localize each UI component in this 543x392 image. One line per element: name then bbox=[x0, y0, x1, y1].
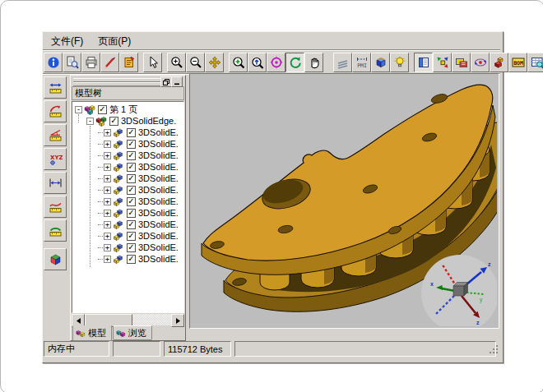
pan-hand-button[interactable] bbox=[304, 53, 323, 72]
visibility-checkbox[interactable] bbox=[127, 128, 136, 137]
visibility-checkbox[interactable] bbox=[127, 255, 136, 264]
visibility-checkbox[interactable] bbox=[127, 232, 136, 241]
expand-toggle[interactable] bbox=[104, 233, 111, 240]
status-cell-memory: 内存中 bbox=[44, 341, 109, 357]
tree-label: 3DSolidE. bbox=[138, 254, 179, 264]
tree-horizontal-scrollbar[interactable] bbox=[72, 314, 184, 325]
tree-row-part[interactable]: 3DSolidE. bbox=[72, 150, 183, 161]
tab-browse[interactable]: 浏览 bbox=[113, 325, 152, 340]
print-preview-button[interactable] bbox=[63, 53, 81, 72]
tree-row-part[interactable]: 3DSolidE. bbox=[72, 242, 183, 253]
tree-row-page[interactable]: 第 1 页 bbox=[72, 104, 183, 115]
tree-row-part[interactable]: 3DSolidE. bbox=[72, 138, 183, 150]
expand-toggle[interactable] bbox=[104, 129, 111, 136]
menu-file[interactable]: 文件(F) bbox=[44, 33, 90, 50]
tree-label: 第 1 页 bbox=[109, 104, 137, 116]
tree-row-part[interactable]: 3DSolidE. bbox=[72, 196, 183, 207]
expand-toggle[interactable] bbox=[104, 164, 111, 171]
expand-toggle[interactable] bbox=[104, 141, 111, 148]
dim-arc-button[interactable] bbox=[44, 219, 67, 242]
tree-row-part[interactable]: 3DSolidE. bbox=[72, 161, 183, 173]
print-button[interactable] bbox=[81, 53, 100, 72]
dim-radius-button[interactable] bbox=[44, 100, 67, 122]
zoom-out-button[interactable] bbox=[186, 53, 205, 72]
tree-row-assembly[interactable]: 3DSolidEdge. bbox=[72, 115, 183, 127]
expand-toggle[interactable] bbox=[104, 256, 111, 263]
model-tree-panel-button[interactable] bbox=[414, 53, 433, 72]
explode-icon bbox=[436, 56, 449, 69]
panel-header[interactable] bbox=[71, 76, 185, 86]
dim-distance-button[interactable] bbox=[44, 172, 67, 194]
expand-toggle[interactable] bbox=[104, 187, 111, 194]
explode-button[interactable] bbox=[433, 53, 452, 72]
visibility-checkbox[interactable] bbox=[127, 209, 136, 218]
tree-row-part[interactable]: 3DSolidE. bbox=[72, 219, 183, 230]
visibility-checkbox[interactable] bbox=[127, 163, 136, 172]
expand-toggle[interactable] bbox=[104, 210, 111, 217]
visibility-checkbox[interactable] bbox=[127, 174, 136, 183]
visibility-checkbox[interactable] bbox=[127, 140, 136, 149]
bom-button[interactable]: BOM bbox=[508, 53, 527, 72]
viewport-3d[interactable]: z x y z bbox=[189, 73, 499, 329]
annotate-button[interactable] bbox=[100, 53, 119, 72]
resize-grip[interactable] bbox=[490, 344, 499, 355]
render-mode-button[interactable] bbox=[452, 53, 471, 72]
expand-toggle[interactable] bbox=[104, 175, 111, 182]
panel-hide-button[interactable] bbox=[171, 76, 183, 87]
tree-label: 3DSolidEdge. bbox=[121, 116, 176, 126]
rotate-center-button[interactable] bbox=[267, 53, 285, 72]
export-page-button[interactable] bbox=[119, 53, 138, 72]
view-cube-button[interactable] bbox=[371, 53, 390, 72]
orbit-button[interactable] bbox=[471, 53, 490, 72]
visibility-checkbox[interactable] bbox=[127, 186, 136, 195]
table-view-button[interactable] bbox=[527, 53, 543, 72]
zoom-window-button[interactable] bbox=[229, 53, 248, 72]
measure-3d-button[interactable] bbox=[44, 248, 67, 270]
tree-row-part[interactable]: 3DSolidE. bbox=[72, 127, 183, 138]
pmi-button[interactable]: PMI bbox=[352, 53, 371, 72]
visibility-checkbox[interactable] bbox=[127, 151, 136, 160]
svg-text:XYZ: XYZ bbox=[50, 154, 63, 161]
tree-connector bbox=[98, 178, 103, 179]
tree-connector bbox=[98, 190, 103, 191]
section-planes-button[interactable] bbox=[333, 53, 352, 72]
menu-page[interactable]: 页面(P) bbox=[90, 33, 138, 50]
expand-toggle[interactable] bbox=[104, 221, 111, 228]
expand-toggle[interactable] bbox=[104, 244, 111, 251]
pan-arrows-button[interactable] bbox=[205, 53, 224, 72]
part-icon bbox=[113, 185, 125, 196]
visibility-checkbox[interactable] bbox=[109, 117, 118, 126]
visibility-checkbox[interactable] bbox=[127, 197, 136, 206]
scrollbar-track[interactable] bbox=[132, 314, 171, 325]
dim-curve-button[interactable] bbox=[44, 196, 67, 218]
tree-row-part[interactable]: 3DSolidE. bbox=[72, 230, 183, 242]
tab-model[interactable]: 模型 bbox=[72, 325, 112, 341]
browse-tab-icon bbox=[116, 329, 126, 338]
collapse-toggle[interactable] bbox=[86, 118, 94, 125]
rotate-button[interactable] bbox=[285, 53, 304, 72]
tree-row-part[interactable]: 3DSolidE. bbox=[72, 207, 183, 219]
select-button[interactable] bbox=[143, 53, 162, 72]
solid-blocks-button[interactable] bbox=[490, 53, 508, 72]
zoom-in-button[interactable] bbox=[167, 53, 186, 72]
lighting-button[interactable] bbox=[390, 53, 409, 72]
dim-angle-button[interactable] bbox=[44, 124, 67, 146]
dim-arc-icon bbox=[49, 224, 63, 238]
visibility-checkbox[interactable] bbox=[98, 105, 107, 114]
visibility-checkbox[interactable] bbox=[127, 220, 136, 229]
tree-row-part[interactable]: 3DSolidE. bbox=[72, 173, 183, 184]
tree-connector bbox=[98, 213, 103, 214]
tree-row-part[interactable]: 3DSolidE. bbox=[72, 253, 183, 265]
panel-float-button[interactable] bbox=[160, 76, 172, 87]
tree-label: 3DSolidE. bbox=[138, 242, 179, 252]
visibility-checkbox[interactable] bbox=[127, 243, 136, 252]
tree-label: 3DSolidE. bbox=[138, 185, 179, 195]
dim-horizontal-button[interactable] bbox=[44, 76, 67, 99]
zoom-dynamic-button[interactable] bbox=[248, 53, 267, 72]
tree-row-part[interactable]: 3DSolidE. bbox=[72, 184, 183, 196]
info-button[interactable] bbox=[44, 53, 63, 72]
dim-coordinate-button[interactable]: XYZ bbox=[44, 148, 67, 170]
expand-toggle[interactable] bbox=[104, 198, 111, 205]
collapse-toggle[interactable] bbox=[75, 106, 82, 113]
expand-toggle[interactable] bbox=[104, 152, 111, 159]
